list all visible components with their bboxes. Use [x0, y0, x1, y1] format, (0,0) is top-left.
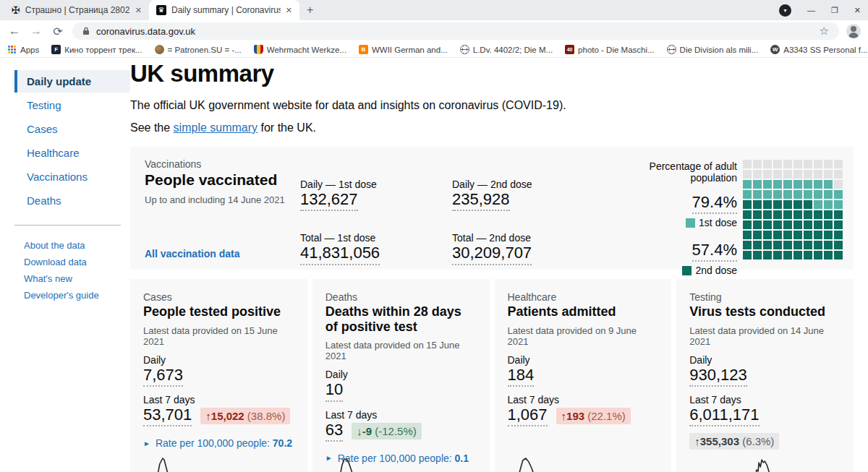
waffle-cell — [753, 251, 762, 259]
waffle-cell — [824, 160, 833, 168]
bookmark-item[interactable]: 40photo - Die Maschi... — [565, 45, 654, 54]
close-button[interactable]: ✕ — [854, 6, 861, 15]
panel-category: Vaccinations — [145, 158, 300, 170]
sidebar-item-deaths[interactable]: Deaths — [14, 189, 130, 212]
change-badge: ↑193 (22.1%) — [556, 408, 631, 424]
card-title: Deaths within 28 days of positive test — [326, 304, 477, 334]
waffle-cell — [824, 170, 833, 179]
waffle-cell — [753, 241, 762, 249]
waffle-cell — [783, 251, 792, 259]
bookmark-item[interactable]: Die Division als mili... — [667, 45, 759, 54]
waffle-cell — [804, 251, 812, 259]
waffle-cell — [834, 190, 843, 199]
bookmark-item[interactable]: Wehrmacht Werkze... — [254, 45, 346, 54]
waffle-cell — [804, 231, 812, 239]
waffle-cell — [824, 180, 833, 189]
waffle-cell — [814, 210, 822, 219]
waffle-cell — [834, 220, 843, 229]
forward-button[interactable]: → — [29, 25, 43, 38]
media-control-icon[interactable]: ▾ — [779, 4, 791, 17]
bookmark-star-icon[interactable]: ☆ — [820, 25, 829, 38]
change-arrow-icon: ↑ — [205, 410, 211, 422]
waffle-cell — [824, 190, 833, 199]
trend-sparkline — [688, 452, 842, 472]
card-category: Cases — [143, 291, 294, 303]
sidebar-link-download-data[interactable]: Download data — [14, 254, 130, 270]
waffle-cell — [824, 200, 833, 209]
globe-bookmark-icon — [667, 45, 676, 54]
sidebar-item-daily-update[interactable]: Daily update — [14, 70, 130, 93]
waffle-cell — [804, 241, 812, 249]
bookmark-item[interactable]: WA3343 SS Personal f... — [770, 45, 867, 54]
daily-label: Daily — [689, 354, 841, 366]
sidebar-link-developer-s-guide[interactable]: Developer's guide — [14, 287, 130, 304]
rate-details-toggle[interactable]: ► Rate per 100,000 people: 70.2 — [143, 437, 294, 449]
waffle-cell — [743, 251, 752, 259]
waffle-cell — [814, 220, 822, 229]
tab-close-icon[interactable]: ✕ — [286, 6, 292, 15]
sidebar-item-testing[interactable]: Testing — [14, 94, 130, 116]
waffle-cell — [793, 220, 802, 229]
restore-button[interactable]: ❐ — [831, 6, 838, 15]
trend-sparkline — [142, 452, 296, 472]
waffle-cell — [834, 231, 843, 239]
card-category: Healthcare — [508, 291, 659, 303]
daily-label: Daily — [508, 354, 659, 366]
tab-close-icon[interactable]: ✕ — [135, 6, 142, 15]
dose1-legend-swatch — [686, 218, 695, 228]
waffle-cell — [773, 241, 782, 249]
sidebar-item-cases[interactable]: Cases — [14, 118, 130, 140]
address-bar[interactable]: coronavirus.data.gov.uk ☆ — [72, 22, 839, 40]
waffle-cell — [793, 200, 802, 209]
daily-value: 10 — [326, 380, 343, 401]
tab-active[interactable]: ♛ Daily summary | Coronavirus in t ✕ — [149, 0, 299, 20]
week-value: 63 — [326, 421, 343, 442]
bookmark-item[interactable]: FКино торрент трек... — [51, 45, 142, 54]
card-date: Latest data provided on 15 June 2021 — [326, 340, 477, 361]
sidebar-link-about-the-data[interactable]: About the data — [14, 237, 130, 254]
bookmark-item[interactable]: BWWII German and... — [359, 45, 448, 54]
iron-cross-favicon-icon: ✠ — [12, 5, 20, 15]
profile-avatar[interactable] — [846, 24, 861, 38]
waffle-cell — [773, 251, 782, 259]
apps-shortcut[interactable]: Apps — [7, 45, 39, 54]
simple-summary-link[interactable]: simple summary — [174, 121, 258, 134]
page-content: Daily updateTestingCasesHealthcareVaccin… — [0, 59, 868, 472]
waffle-cell — [783, 220, 792, 229]
circle-bookmark-icon — [155, 45, 164, 54]
waffle-cell — [804, 160, 812, 168]
waffle-cell — [783, 160, 792, 168]
waffle-cell — [743, 220, 752, 229]
panel-date: Up to and including 14 June 2021 — [145, 194, 300, 205]
tab-strip: ✠ Страшно | Страница 2802 | REIB ✕ ♛ Dai… — [0, 0, 868, 20]
stat-card: Cases People tested positive Latest data… — [130, 279, 307, 472]
intro-text: The official UK government website for d… — [130, 99, 854, 112]
waffle-cell — [814, 200, 822, 209]
waffle-cell — [834, 160, 843, 168]
new-tab-button[interactable]: + — [307, 4, 313, 17]
waffle-cell — [804, 200, 812, 209]
week-value: 1,067 — [508, 406, 548, 426]
reload-button[interactable]: ⟳ — [51, 25, 65, 38]
waffle-cell — [743, 200, 752, 209]
week-label: Last 7 days — [508, 394, 659, 406]
week-label: Last 7 days — [689, 394, 841, 406]
bookmark-item[interactable]: = Patronen.SU = -... — [155, 45, 242, 54]
waffle-cell — [743, 190, 752, 199]
sidebar-item-vaccinations[interactable]: Vaccinations — [14, 166, 130, 188]
sidebar-item-healthcare[interactable]: Healthcare — [14, 142, 130, 164]
minimize-button[interactable]: — — [807, 6, 815, 14]
waffle-cell — [763, 251, 772, 259]
waffle-cell — [763, 231, 772, 239]
waffle-cell — [804, 210, 812, 219]
all-vaccination-data-link[interactable]: All vaccination data — [145, 248, 300, 259]
waffle-cell — [824, 251, 833, 259]
back-button[interactable]: ← — [7, 25, 22, 38]
tab-inactive[interactable]: ✠ Страшно | Страница 2802 | REIB ✕ — [4, 0, 149, 20]
card-title: Patients admitted — [508, 304, 659, 319]
bookmark-item[interactable]: L.Dv. 4402/2; Die M... — [460, 45, 553, 54]
waffle-cell — [824, 231, 833, 239]
metric-value: 235,928 — [452, 190, 510, 211]
waffle-cell — [773, 180, 782, 189]
sidebar-link-what-s-new[interactable]: What's new — [14, 270, 130, 287]
